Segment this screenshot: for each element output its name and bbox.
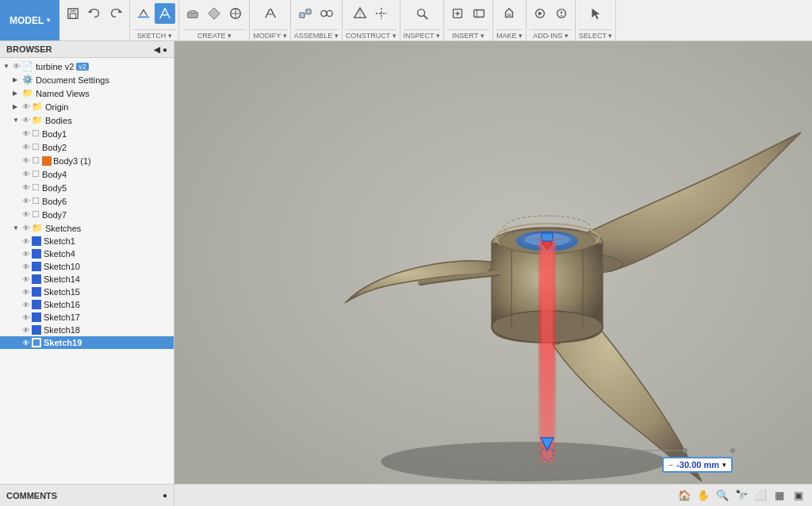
tree-item-sketch15[interactable]: 👁 Sketch15	[0, 286, 174, 298]
tree-item-body1[interactable]: 👁 ☐ Body1	[0, 127, 174, 140]
eye-origin[interactable]: 👁	[22, 102, 32, 111]
browser-expand-icon[interactable]: ◀ ●	[154, 45, 167, 54]
eye-sketches[interactable]: 👁	[22, 224, 32, 232]
construct-label[interactable]: CONSTRUCT ▾	[346, 29, 396, 40]
eye-root[interactable]: 👁	[13, 62, 22, 71]
comments-expand[interactable]: ●	[163, 491, 167, 500]
sketch-btn2[interactable]	[155, 3, 175, 24]
status-icon-view2[interactable]: ▦	[772, 489, 787, 503]
inspect-btn1[interactable]	[412, 3, 432, 24]
status-icon-zoom[interactable]: 🔍	[715, 489, 730, 503]
tree-item-sketch4[interactable]: 👁 Sketch4	[0, 247, 174, 260]
eye-sketch15[interactable]: 👁	[22, 288, 32, 297]
tree-toggle-views[interactable]: ▶	[13, 90, 22, 97]
tree-item-sketch19[interactable]: 👁 Sketch19	[0, 336, 174, 349]
eye-sketch10[interactable]: 👁	[22, 263, 32, 271]
model-dropdown[interactable]: MODEL ▾	[0, 0, 59, 40]
viewport[interactable]: − -30.00 mm ▾ 🏠 ✋ 🔍 🔭 ⬜ ▦ ▣	[174, 41, 812, 506]
tree-item-sketch1[interactable]: 👁 Sketch1	[0, 235, 174, 247]
modify-label[interactable]: MODIFY ▾	[253, 29, 286, 40]
sketch-btn1[interactable]	[133, 3, 154, 24]
eye-sketch17[interactable]: 👁	[22, 313, 32, 322]
construct-btn2[interactable]	[371, 3, 392, 24]
eye-body4[interactable]: 👁	[22, 170, 32, 178]
eye-sketch18[interactable]: 👁	[22, 326, 32, 335]
select-btn1[interactable]	[585, 3, 606, 24]
sketch1-icon	[32, 236, 41, 246]
redo-button[interactable]	[105, 3, 126, 24]
modify-btn1[interactable]	[260, 3, 281, 24]
make-btn1[interactable]	[499, 3, 519, 24]
construct-btn1[interactable]	[350, 3, 370, 24]
eye-body3[interactable]: 👁	[22, 156, 32, 165]
body7-cb[interactable]: ☐	[32, 209, 40, 220]
body3-checkbox[interactable]: ☐	[32, 155, 40, 166]
eye-sketch1[interactable]: 👁	[22, 237, 32, 246]
eye-sketch14[interactable]: 👁	[22, 275, 32, 284]
eye-body1[interactable]: 👁	[22, 129, 32, 138]
save-button[interactable]	[63, 3, 83, 24]
status-icon-pan[interactable]: ✋	[696, 489, 710, 503]
eye-sketch19[interactable]: 👁	[22, 339, 30, 347]
addins-btn2[interactable]	[551, 3, 572, 24]
make-label[interactable]: MAKE ▾	[496, 29, 523, 40]
tree-item-root[interactable]: ▼ 👁 📄 turbine v2 v2	[0, 59, 174, 73]
tree-item-origin[interactable]: ▶ 👁 📁 Origin	[0, 100, 174, 113]
status-icon-orbit[interactable]: 🔭	[734, 489, 749, 503]
status-icon-home[interactable]: 🏠	[677, 489, 691, 503]
sketch-label[interactable]: SKETCH ▾	[133, 29, 175, 40]
create-label[interactable]: CREATE ▾	[182, 29, 246, 40]
eye-body5[interactable]: 👁	[22, 183, 32, 192]
addins-label[interactable]: ADD-INS ▾	[530, 29, 572, 40]
insert-btn2[interactable]	[469, 3, 489, 24]
inspect-group-inner: INSPECT ▾	[400, 0, 443, 41]
tree-item-body5[interactable]: 👁 ☐ Body5	[0, 181, 174, 194]
body1-checkbox[interactable]: ☐	[32, 128, 40, 139]
tree-toggle-bodies[interactable]: ▼	[13, 117, 22, 124]
body2-checkbox[interactable]: ☐	[32, 142, 40, 152]
eye-body7[interactable]: 👁	[22, 210, 32, 219]
eye-body2[interactable]: 👁	[22, 143, 32, 151]
undo-button[interactable]	[84, 3, 105, 24]
inspect-label[interactable]: INSPECT ▾	[404, 29, 440, 40]
tree-item-body7[interactable]: 👁 ☐ Body7	[0, 208, 174, 221]
tree-item-sketch18[interactable]: 👁 Sketch18	[0, 324, 174, 336]
tree-item-body3[interactable]: 👁 ☐ Body3 (1)	[0, 154, 174, 167]
tree-item-sketch17[interactable]: 👁 Sketch17	[0, 311, 174, 324]
create-btn2[interactable]	[204, 3, 224, 24]
select-label[interactable]: SELECT ▾	[579, 29, 612, 40]
tree-item-body4[interactable]: 👁 ☐ Body4	[0, 167, 174, 181]
tree-item-bodies[interactable]: ▼ 👁 📁 Bodies	[0, 113, 174, 127]
create-btn1[interactable]	[182, 3, 203, 24]
tree-toggle-origin[interactable]: ▶	[13, 103, 22, 110]
tree-item-doc-settings[interactable]: ▶ ⚙️ Document Settings	[0, 73, 174, 86]
body6-cb[interactable]: ☐	[32, 196, 40, 206]
tree-toggle-doc[interactable]: ▶	[13, 76, 22, 83]
status-icon-view1[interactable]: ⬜	[753, 489, 768, 503]
tree-toggle-root[interactable]: ▼	[3, 63, 13, 70]
assemble-btn1[interactable]	[295, 3, 316, 24]
insert-label[interactable]: INSERT ▾	[447, 29, 489, 40]
body4-cb[interactable]: ☐	[32, 169, 40, 179]
eye-sketch16[interactable]: 👁	[22, 301, 32, 309]
eye-body6[interactable]: 👁	[22, 197, 32, 205]
assemble-buttons	[295, 3, 337, 24]
insert-btn1[interactable]	[447, 3, 468, 24]
tree-item-body6[interactable]: 👁 ☐ Body6	[0, 194, 174, 208]
tree-item-body2[interactable]: 👁 ☐ Body2	[0, 140, 174, 154]
addins-btn1[interactable]	[530, 3, 550, 24]
assemble-label[interactable]: ASSEMBLE ▾	[294, 29, 339, 40]
eye-bodies[interactable]: 👁	[22, 116, 32, 125]
tree-item-sketch16[interactable]: 👁 Sketch16	[0, 298, 174, 311]
assemble-btn2[interactable]	[316, 3, 337, 24]
status-icon-view3[interactable]: ▣	[791, 489, 806, 503]
tree-item-named-views[interactable]: ▶ 📁 Named Views	[0, 86, 174, 100]
eye-sketch4[interactable]: 👁	[22, 250, 32, 259]
model-label: MODEL	[10, 15, 44, 26]
tree-item-sketch14[interactable]: 👁 Sketch14	[0, 273, 174, 286]
body5-cb[interactable]: ☐	[32, 182, 40, 193]
tree-toggle-sketches[interactable]: ▼	[13, 224, 22, 232]
tree-item-sketches[interactable]: ▼ 👁 📁 Sketches	[0, 221, 174, 235]
tree-item-sketch10[interactable]: 👁 Sketch10	[0, 260, 174, 273]
create-btn3[interactable]	[225, 3, 246, 24]
